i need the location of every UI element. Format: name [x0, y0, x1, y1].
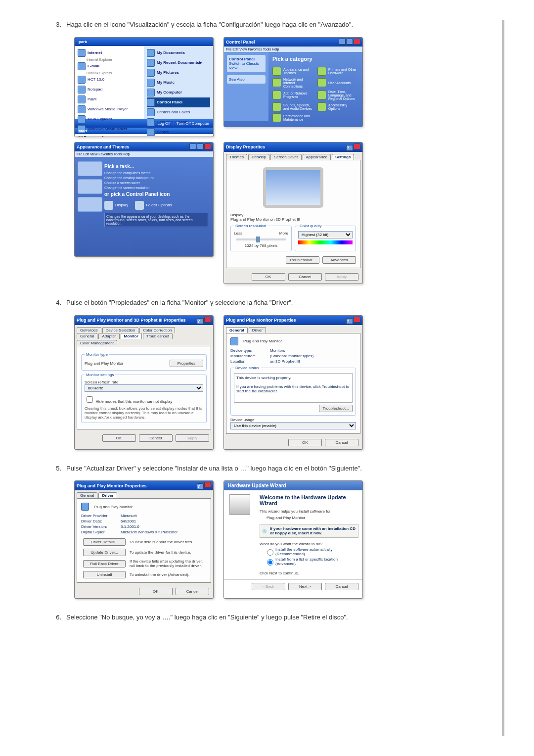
- cancel-button[interactable]: Cancel: [325, 439, 358, 446]
- resolution-slider[interactable]: [236, 238, 286, 240]
- tab-devsel[interactable]: Device Selection: [102, 327, 139, 333]
- pt-folder-options[interactable]: Folder Options: [135, 201, 172, 210]
- rollback-driver-button[interactable]: Roll Back Driver: [83, 560, 126, 567]
- sm-wmp[interactable]: Windows Media Player: [78, 104, 141, 114]
- tab-general[interactable]: General: [77, 492, 97, 498]
- cat-perf[interactable]: Performance and Maintenance: [272, 113, 313, 122]
- cancel-button[interactable]: Cancel: [139, 434, 173, 442]
- window-controls[interactable]: ?: [196, 317, 211, 324]
- cp-menu[interactable]: File Edit View Favorites Tools Help: [224, 47, 362, 52]
- cat-icon: [317, 91, 326, 99]
- cancel-button[interactable]: Cancel: [288, 273, 322, 281]
- start-menu-window: park Internet Internet Explorer E-mail O…: [74, 37, 214, 137]
- dlg-title: Plug and Play Monitor and 3D Prophet III…: [77, 318, 186, 323]
- pt-task[interactable]: Choose a screen saver: [104, 181, 208, 185]
- dlg-title: Plug and Play Monitor Properties: [77, 483, 147, 488]
- legend-monitor-settings: Monitor settings: [85, 373, 115, 377]
- troubleshoot-button[interactable]: Troubleshoot...: [319, 405, 353, 412]
- tab-driver[interactable]: Driver: [98, 492, 117, 498]
- ok-button[interactable]: OK: [139, 588, 173, 595]
- color-quality-select[interactable]: Highest (32 bit): [298, 231, 353, 238]
- driver-details-button[interactable]: Driver Details...: [83, 538, 126, 546]
- cp-switch-view[interactable]: Switch to Classic View: [229, 61, 259, 70]
- sm-recent-docs[interactable]: My Recent Documents ▶: [147, 58, 210, 68]
- radio-list[interactable]: Install from a list or specific location…: [265, 557, 358, 566]
- tab-colorcorr[interactable]: Color Correction: [139, 327, 175, 333]
- sm-my-music[interactable]: My Music: [147, 78, 210, 88]
- display-name: Plug and Play Monitor on 3D Prophet III: [230, 217, 300, 222]
- sm-my-computer[interactable]: My Computer: [147, 88, 210, 97]
- tab-driver[interactable]: Driver: [249, 327, 266, 333]
- cat-addremove[interactable]: Add or Remove Programs: [272, 90, 313, 100]
- cpanel-icon: [147, 98, 155, 106]
- cat-network[interactable]: Network and Internet Connections: [272, 78, 313, 88]
- sm-control-panel[interactable]: Control Panel: [147, 97, 210, 107]
- tab-settings[interactable]: Settings: [332, 154, 355, 160]
- properties-button[interactable]: Properties: [170, 360, 203, 367]
- pt-task[interactable]: Change the desktop background: [104, 176, 208, 180]
- pt-task[interactable]: Change the computer's theme: [104, 171, 208, 175]
- sm-email[interactable]: E-mail: [78, 61, 141, 71]
- ok-button[interactable]: OK: [102, 434, 136, 442]
- cat-accessibility[interactable]: Accessibility Options: [317, 102, 358, 111]
- sm-notepad[interactable]: Notepad: [78, 85, 141, 94]
- sm-paint[interactable]: Paint: [78, 94, 141, 104]
- tab-colormgmt[interactable]: Color Management: [77, 340, 117, 346]
- tab-adapter[interactable]: Adapter: [98, 333, 119, 339]
- back-button: < Back: [252, 583, 285, 590]
- sm-search[interactable]: Search: [147, 127, 210, 137]
- cat-users[interactable]: User Accounts: [317, 78, 358, 88]
- wizard-device: Plug and Play Monitor: [267, 516, 358, 520]
- advanced-button[interactable]: Advanced: [322, 256, 356, 264]
- cancel-button[interactable]: Cancel: [176, 588, 209, 595]
- tab-troubleshoot[interactable]: Troubleshoot: [143, 333, 173, 339]
- sm-printers[interactable]: Printers and Faxes: [147, 107, 210, 117]
- ok-button[interactable]: OK: [252, 273, 285, 281]
- pt-display-icon[interactable]: Display: [104, 201, 128, 210]
- refresh-rate-select[interactable]: 60 Hertz: [85, 384, 203, 392]
- next-button[interactable]: Next >: [288, 583, 322, 590]
- cat-sounds[interactable]: Sounds, Speech, and Audio Devices: [272, 102, 313, 111]
- device-usage-select[interactable]: Use this device (enable): [230, 422, 356, 429]
- pt-task[interactable]: Change the screen resolution: [104, 186, 208, 189]
- sm-logoff[interactable]: Log Off: [157, 121, 170, 126]
- window-controls[interactable]: ?: [346, 143, 360, 151]
- window-controls[interactable]: [189, 143, 211, 150]
- tab-geforce[interactable]: GeForce3: [77, 327, 101, 333]
- sm-msn[interactable]: MSN Explorer: [78, 114, 141, 124]
- radio-auto[interactable]: Install the software automatically (Reco…: [265, 547, 358, 556]
- update-driver-button[interactable]: Update Driver...: [83, 549, 126, 556]
- tab-general[interactable]: General: [226, 327, 248, 333]
- ok-button[interactable]: OK: [288, 439, 322, 446]
- sm-my-documents[interactable]: My Documents: [147, 48, 210, 58]
- cat-icon: [272, 78, 281, 87]
- cd-icon: 💿: [262, 529, 267, 533]
- window-controls[interactable]: ?: [196, 482, 211, 489]
- tab-appearance[interactable]: Appearance: [303, 154, 331, 160]
- cat-icon: [272, 91, 281, 99]
- tab-general[interactable]: General: [77, 333, 97, 339]
- sm-my-pictures[interactable]: My Pictures: [147, 68, 210, 78]
- pt-side-box: [78, 197, 102, 212]
- tab-monitor[interactable]: Monitor: [121, 333, 142, 339]
- tab-screensaver[interactable]: Screen Saver: [270, 154, 301, 160]
- hide-modes-checkbox[interactable]: Hide modes that this monitor cannot disp…: [85, 399, 172, 404]
- cat-appearance[interactable]: Appearance and Themes: [272, 67, 313, 76]
- troubleshoot-button[interactable]: Troubleshoot...: [286, 256, 319, 264]
- computer-icon: [147, 89, 155, 96]
- window-controls[interactable]: ?: [346, 317, 360, 324]
- cancel-button[interactable]: Cancel: [325, 583, 358, 590]
- uninstall-button[interactable]: Uninstall: [83, 571, 126, 578]
- sm-internet[interactable]: Internet: [78, 48, 141, 58]
- sm-hct[interactable]: HCT 10.0: [78, 75, 141, 85]
- pt-menu[interactable]: File Edit View Favorites Tools Help: [75, 151, 213, 157]
- tab-desktop[interactable]: Desktop: [248, 154, 269, 160]
- cat-datetime[interactable]: Date, Time, Language, and Regional Optio…: [317, 90, 358, 100]
- driver-tab-dialog: Plug and Play Monitor Properties ? Gener…: [74, 480, 214, 599]
- device-status-text: This device is working properly. If you …: [234, 373, 353, 403]
- sm-turnoff[interactable]: Turn Off Computer: [177, 121, 209, 126]
- window-controls[interactable]: [338, 39, 360, 46]
- tab-themes[interactable]: Themes: [226, 154, 247, 160]
- cat-printers[interactable]: Printers and Other Hardware: [317, 67, 358, 76]
- sm-all-programs[interactable]: All Programs ▶: [78, 134, 141, 137]
